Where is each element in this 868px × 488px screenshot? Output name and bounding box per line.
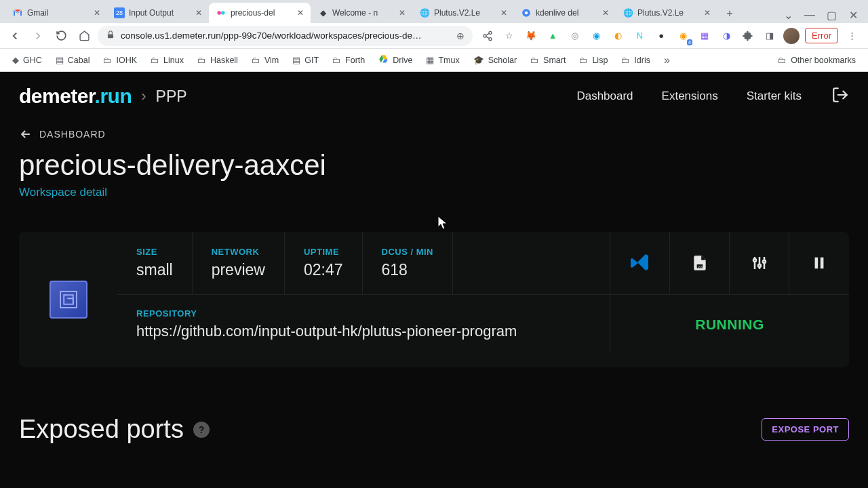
install-icon[interactable]: ⊕: [456, 30, 465, 41]
workspace-detail-link[interactable]: Workspace detail: [19, 186, 849, 199]
brand-logo[interactable]: demeter.run: [19, 85, 132, 108]
page-body: DASHBOARD precious-delivery-aaxcei Works…: [0, 121, 868, 471]
svg-point-7: [489, 37, 492, 40]
address-bar[interactable]: console.us1.demeter.run/ppp-99c70e/workl…: [98, 26, 473, 46]
bookmark-haskell[interactable]: 🗀Haskell: [192, 53, 243, 68]
bookmark-ghc[interactable]: ◆GHC: [7, 52, 47, 68]
tab-gmail[interactable]: Gmail ✕: [5, 3, 107, 23]
chevron-right-icon: ›: [141, 87, 146, 105]
svg-text:LOG: LOG: [697, 265, 704, 268]
minimize-icon[interactable]: —: [802, 7, 818, 23]
other-bookmarks[interactable]: 🗀Other bookmarks: [772, 53, 861, 68]
metamask-icon[interactable]: 🦊: [523, 28, 539, 44]
nav-dashboard[interactable]: Dashboard: [566, 84, 644, 108]
back-to-dashboard[interactable]: DASHBOARD: [19, 127, 849, 141]
bookmark-scholar[interactable]: 🎓Scholar: [468, 52, 522, 68]
workspace-card: SIZE small NETWORK preview UPTIME 02:47 …: [19, 232, 849, 367]
bookmark-cabal[interactable]: ▤Cabal: [50, 52, 96, 68]
window-controls: ⌄ — ▢ ✕: [773, 7, 868, 23]
bookmark-git[interactable]: ▤GIT: [287, 52, 324, 68]
folder-icon: 🗀: [778, 56, 787, 65]
cursor-icon: [437, 216, 450, 230]
tab-plutus-1[interactable]: 🌐 Plutus.V2.Le ✕: [412, 3, 514, 23]
new-tab-button[interactable]: +: [720, 4, 739, 23]
forward-button[interactable]: [28, 26, 47, 45]
tab-kdenlive[interactable]: kdenlive del ✕: [514, 3, 616, 23]
repository-url[interactable]: https://github.com/input-output-hk/plutu…: [136, 323, 591, 340]
stat-uptime: UPTIME 02:47: [285, 232, 363, 294]
bookmark-idris[interactable]: 🗀Idris: [616, 53, 656, 68]
ext-moon-icon[interactable]: ◑: [718, 28, 734, 44]
nav-starter-kits[interactable]: Starter kits: [736, 84, 812, 108]
svg-rect-18: [815, 258, 818, 269]
tab-title: Gmail: [27, 8, 88, 18]
tab-title: Welcome - n: [332, 8, 393, 18]
open-vscode-button[interactable]: [610, 232, 670, 294]
tab-plutus-2[interactable]: 🌐 Plutus.V2.Le ✕: [616, 3, 717, 23]
folder-icon: 🗀: [579, 56, 588, 65]
close-icon[interactable]: ✕: [397, 8, 407, 18]
browser-tab-strip: Gmail ✕ 28 Input Output ✕ precious-del ✕…: [0, 0, 868, 23]
tab-welcome[interactable]: ◆ Welcome - n ✕: [311, 3, 412, 23]
pause-button[interactable]: [789, 232, 849, 294]
demeter-icon: [216, 7, 226, 18]
error-button[interactable]: Error: [805, 28, 838, 43]
help-icon[interactable]: ?: [193, 422, 210, 438]
bookmark-lisp[interactable]: 🗀Lisp: [574, 53, 613, 68]
close-icon[interactable]: ✕: [499, 8, 509, 18]
ext-n-icon[interactable]: N: [631, 28, 648, 44]
expose-port-button[interactable]: EXPOSE PORT: [762, 418, 849, 441]
nav-extensions[interactable]: Extensions: [651, 84, 729, 108]
close-icon[interactable]: ✕: [703, 8, 712, 18]
sidepanel-icon[interactable]: ◨: [762, 28, 778, 44]
globe-icon: 🌐: [419, 7, 430, 18]
bookmark-iohk[interactable]: 🗀IOHK: [98, 53, 142, 68]
ext-blue-icon[interactable]: ◉: [588, 28, 604, 44]
tab-title: precious-del: [231, 8, 292, 18]
window-close-icon[interactable]: ✕: [845, 7, 861, 23]
logs-button[interactable]: LOG: [670, 232, 730, 294]
tab-precious-delivery[interactable]: precious-del ✕: [209, 3, 311, 23]
folder-icon: 🗀: [103, 56, 112, 65]
ext-purple-icon[interactable]: ▦: [696, 28, 713, 44]
breadcrumb[interactable]: PPP: [156, 87, 187, 106]
bookmark-forth[interactable]: 🗀Forth: [327, 53, 370, 68]
share-icon[interactable]: [479, 28, 496, 44]
back-button[interactable]: [5, 26, 24, 45]
exposed-ports-section: Exposed ports ? EXPOSE PORT: [19, 415, 849, 444]
google-icon: [521, 7, 532, 18]
bookmark-icon: ▤: [292, 55, 300, 65]
bookmark-linux[interactable]: 🗀Linux: [145, 53, 189, 68]
ext-circle-icon[interactable]: ◎: [566, 28, 583, 44]
extensions-icon[interactable]: [740, 28, 756, 44]
svg-point-17: [763, 260, 766, 263]
close-icon[interactable]: ✕: [601, 8, 610, 18]
close-icon[interactable]: ✕: [194, 8, 203, 18]
tab-dropdown-icon[interactable]: ⌄: [780, 7, 796, 23]
url-text: console.us1.demeter.run/ppp-99c70e/workl…: [121, 30, 451, 41]
bookmark-tmux[interactable]: ▦Tmux: [420, 52, 465, 68]
svg-point-3: [525, 12, 528, 15]
tab-input-output[interactable]: 28 Input Output ✕: [107, 3, 209, 23]
ext-green-icon[interactable]: ▲: [545, 28, 561, 44]
tab-title: Plutus.V2.Le: [434, 8, 495, 18]
bookmark-smart[interactable]: 🗀Smart: [525, 53, 571, 68]
svg-point-0: [217, 11, 221, 15]
logout-icon[interactable]: [831, 86, 849, 106]
close-icon[interactable]: ✕: [92, 8, 102, 18]
ext-badge-icon[interactable]: ◉4: [675, 28, 691, 44]
home-button[interactable]: [75, 26, 94, 45]
bookmarks-overflow-icon[interactable]: »: [658, 52, 675, 69]
globe-icon: 🌐: [623, 7, 633, 18]
ext-orange-icon[interactable]: ◐: [610, 28, 626, 44]
bookmark-drive[interactable]: Drive: [373, 52, 418, 69]
ext-dark-icon[interactable]: ●: [653, 28, 669, 44]
bookmark-vim[interactable]: 🗀Vim: [246, 53, 284, 68]
reload-button[interactable]: [52, 26, 71, 45]
settings-button[interactable]: [730, 232, 789, 294]
menu-icon[interactable]: ⋮: [844, 28, 860, 44]
maximize-icon[interactable]: ▢: [823, 7, 840, 23]
profile-avatar[interactable]: [783, 28, 800, 44]
close-icon[interactable]: ✕: [296, 8, 305, 18]
bookmark-star-icon[interactable]: ☆: [501, 28, 517, 44]
